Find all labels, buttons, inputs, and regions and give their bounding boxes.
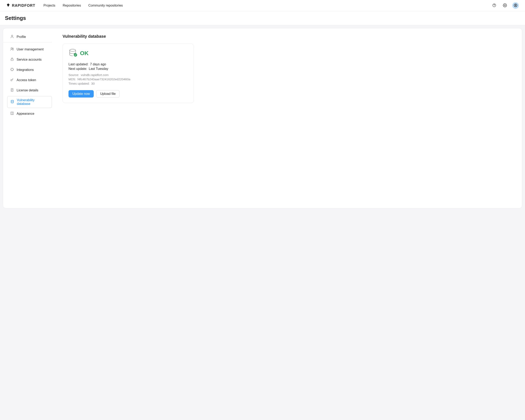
md5-row: MD5: f4fc467b240aae732416202ed220460a (68, 77, 188, 81)
svg-point-3 (514, 4, 517, 7)
md5-value: f4fc467b240aae732416202ed220460a (77, 77, 131, 81)
times-updated-label: Times updated: (68, 82, 90, 85)
settings-panel: Profile User management Service accounts… (3, 28, 522, 208)
md5-label: MD5: (68, 77, 76, 81)
help-button[interactable] (491, 2, 497, 9)
settings-sidebar: Profile User management Service accounts… (3, 28, 54, 208)
last-updated-value: 7 days ago (90, 63, 106, 66)
sidebar-item-label: Access token (17, 78, 36, 82)
next-update-value: Last Tuesday (89, 67, 108, 71)
sidebar-item-profile[interactable]: Profile (3, 32, 52, 42)
svg-point-10 (11, 80, 12, 81)
sidebar-item-label: Service accounts (17, 58, 42, 62)
svg-point-6 (11, 47, 12, 49)
topbar-right (491, 2, 519, 9)
document-icon (10, 88, 14, 93)
last-updated-label: Last updated: (68, 63, 88, 66)
svg-point-15 (70, 49, 76, 51)
sidebar-item-label: Appearance (17, 112, 34, 116)
svg-rect-14 (12, 112, 14, 115)
last-updated-row: Last updated: 7 days ago (68, 63, 188, 66)
meta-block: Source: vulndb.rapidfort.com MD5: f4fc46… (68, 73, 188, 85)
diamond-icon (6, 3, 10, 8)
brand-logo[interactable]: RAPIDFORT (6, 3, 35, 8)
page-header: Settings (0, 11, 525, 25)
gear-icon (503, 3, 507, 8)
sidebar-item-vulnerability-database[interactable]: Vulnerability database (7, 96, 52, 108)
main-content: Vulnerability database OK (54, 28, 522, 208)
lock-icon (10, 57, 14, 62)
update-now-button[interactable]: Update now (68, 90, 94, 98)
source-row: Source: vulndb.rapidfort.com (68, 73, 188, 77)
upload-file-button[interactable]: Upload file (96, 90, 120, 98)
plug-icon (10, 67, 14, 72)
section-title: Vulnerability database (63, 34, 514, 39)
svg-rect-13 (11, 112, 12, 115)
nav-projects[interactable]: Projects (44, 4, 55, 7)
svg-point-2 (505, 5, 506, 6)
key-icon (10, 78, 14, 82)
card-actions: Update now Upload file (68, 90, 188, 98)
source-label: Source: (68, 73, 79, 77)
times-updated-value: 30 (91, 82, 95, 85)
appearance-icon (10, 111, 14, 116)
nav-repositories[interactable]: Repositories (63, 4, 81, 7)
user-circle-icon (514, 3, 518, 8)
svg-point-7 (12, 48, 14, 49)
status-text: OK (80, 50, 89, 56)
container: Profile User management Service accounts… (0, 25, 525, 211)
page-title: Settings (5, 15, 520, 21)
database-icon (10, 100, 14, 104)
profile-icon (10, 34, 14, 39)
sidebar-item-label: License details (17, 89, 38, 92)
svg-point-12 (11, 100, 14, 101)
next-update-label: Next update: (68, 67, 87, 71)
nav-community-repositories[interactable]: Community repositories (88, 4, 123, 7)
sidebar-item-access-token[interactable]: Access token (7, 76, 52, 85)
sidebar-item-label: User management (17, 47, 44, 51)
next-update-row: Next update: Last Tuesday (68, 67, 188, 71)
database-check-icon (68, 49, 77, 58)
account-button[interactable] (512, 2, 519, 9)
users-icon (10, 47, 14, 52)
sidebar-item-integrations[interactable]: Integrations (7, 65, 52, 74)
times-updated-row: Times updated: 30 (68, 82, 188, 85)
svg-point-16 (74, 53, 77, 56)
help-icon (492, 3, 496, 8)
settings-button[interactable] (502, 2, 508, 9)
svg-point-5 (11, 35, 13, 37)
sidebar-item-license-details[interactable]: License details (7, 86, 52, 95)
vulndb-status-card: OK Last updated: 7 days ago Next update:… (63, 44, 194, 103)
brand-text: RAPIDFORT (12, 3, 35, 8)
sidebar-item-appearance[interactable]: Appearance (7, 109, 52, 118)
sidebar-item-label: Integrations (17, 68, 34, 72)
sidebar-item-user-management[interactable]: User management (7, 45, 52, 54)
sidebar-item-label: Vulnerability database (17, 98, 49, 106)
sidebar-item-label: Profile (17, 35, 26, 39)
nav-links: Projects Repositories Community reposito… (44, 4, 123, 7)
svg-rect-8 (11, 59, 13, 61)
topbar: RAPIDFORT Projects Repositories Communit… (0, 0, 525, 11)
source-value: vulndb.rapidfort.com (81, 73, 109, 77)
sidebar-item-service-accounts[interactable]: Service accounts (7, 55, 52, 64)
status-row: OK (68, 49, 188, 58)
svg-point-1 (494, 6, 494, 6)
svg-point-4 (515, 4, 516, 5)
